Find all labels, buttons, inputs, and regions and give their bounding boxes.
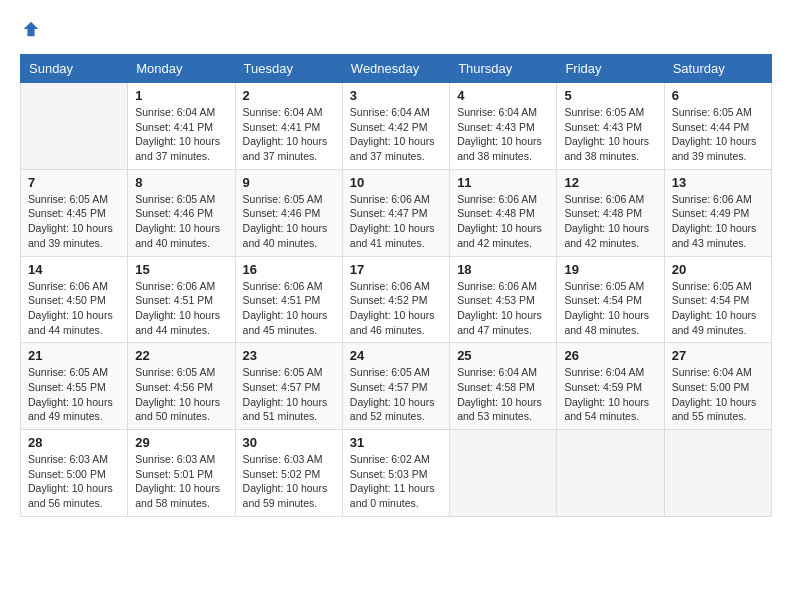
- day-number: 9: [243, 175, 335, 190]
- day-number: 17: [350, 262, 442, 277]
- day-detail: Sunrise: 6:05 AM Sunset: 4:56 PM Dayligh…: [135, 365, 227, 424]
- day-number: 13: [672, 175, 764, 190]
- day-detail: Sunrise: 6:04 AM Sunset: 4:41 PM Dayligh…: [135, 105, 227, 164]
- table-cell: 9Sunrise: 6:05 AM Sunset: 4:46 PM Daylig…: [235, 169, 342, 256]
- day-detail: Sunrise: 6:05 AM Sunset: 4:55 PM Dayligh…: [28, 365, 120, 424]
- day-detail: Sunrise: 6:04 AM Sunset: 4:43 PM Dayligh…: [457, 105, 549, 164]
- table-cell: 21Sunrise: 6:05 AM Sunset: 4:55 PM Dayli…: [21, 343, 128, 430]
- table-cell: 13Sunrise: 6:06 AM Sunset: 4:49 PM Dayli…: [664, 169, 771, 256]
- day-number: 10: [350, 175, 442, 190]
- day-number: 12: [564, 175, 656, 190]
- header-day-saturday: Saturday: [664, 55, 771, 83]
- day-number: 14: [28, 262, 120, 277]
- week-row-1: 1Sunrise: 6:04 AM Sunset: 4:41 PM Daylig…: [21, 83, 772, 170]
- table-cell: 8Sunrise: 6:05 AM Sunset: 4:46 PM Daylig…: [128, 169, 235, 256]
- header-day-tuesday: Tuesday: [235, 55, 342, 83]
- day-detail: Sunrise: 6:06 AM Sunset: 4:53 PM Dayligh…: [457, 279, 549, 338]
- day-detail: Sunrise: 6:05 AM Sunset: 4:57 PM Dayligh…: [350, 365, 442, 424]
- table-cell: 24Sunrise: 6:05 AM Sunset: 4:57 PM Dayli…: [342, 343, 449, 430]
- table-cell: 15Sunrise: 6:06 AM Sunset: 4:51 PM Dayli…: [128, 256, 235, 343]
- day-detail: Sunrise: 6:06 AM Sunset: 4:48 PM Dayligh…: [564, 192, 656, 251]
- header-day-thursday: Thursday: [450, 55, 557, 83]
- table-cell: 20Sunrise: 6:05 AM Sunset: 4:54 PM Dayli…: [664, 256, 771, 343]
- table-cell: 14Sunrise: 6:06 AM Sunset: 4:50 PM Dayli…: [21, 256, 128, 343]
- calendar-table: SundayMondayTuesdayWednesdayThursdayFrid…: [20, 54, 772, 517]
- calendar-header: SundayMondayTuesdayWednesdayThursdayFrid…: [21, 55, 772, 83]
- table-cell: 6Sunrise: 6:05 AM Sunset: 4:44 PM Daylig…: [664, 83, 771, 170]
- day-detail: Sunrise: 6:05 AM Sunset: 4:54 PM Dayligh…: [672, 279, 764, 338]
- day-detail: Sunrise: 6:06 AM Sunset: 4:50 PM Dayligh…: [28, 279, 120, 338]
- day-detail: Sunrise: 6:06 AM Sunset: 4:52 PM Dayligh…: [350, 279, 442, 338]
- table-cell: 18Sunrise: 6:06 AM Sunset: 4:53 PM Dayli…: [450, 256, 557, 343]
- header-day-monday: Monday: [128, 55, 235, 83]
- table-cell: 5Sunrise: 6:05 AM Sunset: 4:43 PM Daylig…: [557, 83, 664, 170]
- day-number: 24: [350, 348, 442, 363]
- day-number: 7: [28, 175, 120, 190]
- table-cell: [21, 83, 128, 170]
- table-cell: 19Sunrise: 6:05 AM Sunset: 4:54 PM Dayli…: [557, 256, 664, 343]
- week-row-5: 28Sunrise: 6:03 AM Sunset: 5:00 PM Dayli…: [21, 430, 772, 517]
- day-detail: Sunrise: 6:03 AM Sunset: 5:02 PM Dayligh…: [243, 452, 335, 511]
- table-cell: 4Sunrise: 6:04 AM Sunset: 4:43 PM Daylig…: [450, 83, 557, 170]
- table-cell: [664, 430, 771, 517]
- day-detail: Sunrise: 6:05 AM Sunset: 4:44 PM Dayligh…: [672, 105, 764, 164]
- week-row-3: 14Sunrise: 6:06 AM Sunset: 4:50 PM Dayli…: [21, 256, 772, 343]
- day-detail: Sunrise: 6:05 AM Sunset: 4:46 PM Dayligh…: [135, 192, 227, 251]
- day-number: 22: [135, 348, 227, 363]
- table-cell: 30Sunrise: 6:03 AM Sunset: 5:02 PM Dayli…: [235, 430, 342, 517]
- table-cell: 3Sunrise: 6:04 AM Sunset: 4:42 PM Daylig…: [342, 83, 449, 170]
- day-detail: Sunrise: 6:04 AM Sunset: 4:41 PM Dayligh…: [243, 105, 335, 164]
- day-number: 11: [457, 175, 549, 190]
- calendar-body: 1Sunrise: 6:04 AM Sunset: 4:41 PM Daylig…: [21, 83, 772, 517]
- day-detail: Sunrise: 6:05 AM Sunset: 4:45 PM Dayligh…: [28, 192, 120, 251]
- week-row-2: 7Sunrise: 6:05 AM Sunset: 4:45 PM Daylig…: [21, 169, 772, 256]
- table-cell: 1Sunrise: 6:04 AM Sunset: 4:41 PM Daylig…: [128, 83, 235, 170]
- day-number: 16: [243, 262, 335, 277]
- table-cell: 16Sunrise: 6:06 AM Sunset: 4:51 PM Dayli…: [235, 256, 342, 343]
- day-number: 19: [564, 262, 656, 277]
- day-number: 4: [457, 88, 549, 103]
- table-cell: 2Sunrise: 6:04 AM Sunset: 4:41 PM Daylig…: [235, 83, 342, 170]
- day-detail: Sunrise: 6:06 AM Sunset: 4:51 PM Dayligh…: [243, 279, 335, 338]
- page-header: [20, 20, 772, 38]
- header-row: SundayMondayTuesdayWednesdayThursdayFrid…: [21, 55, 772, 83]
- day-number: 5: [564, 88, 656, 103]
- day-detail: Sunrise: 6:03 AM Sunset: 5:00 PM Dayligh…: [28, 452, 120, 511]
- day-number: 27: [672, 348, 764, 363]
- day-detail: Sunrise: 6:04 AM Sunset: 4:58 PM Dayligh…: [457, 365, 549, 424]
- day-number: 2: [243, 88, 335, 103]
- table-cell: 23Sunrise: 6:05 AM Sunset: 4:57 PM Dayli…: [235, 343, 342, 430]
- svg-marker-0: [24, 22, 38, 36]
- day-detail: Sunrise: 6:04 AM Sunset: 4:42 PM Dayligh…: [350, 105, 442, 164]
- day-number: 26: [564, 348, 656, 363]
- table-cell: 10Sunrise: 6:06 AM Sunset: 4:47 PM Dayli…: [342, 169, 449, 256]
- day-number: 30: [243, 435, 335, 450]
- day-detail: Sunrise: 6:05 AM Sunset: 4:46 PM Dayligh…: [243, 192, 335, 251]
- day-number: 29: [135, 435, 227, 450]
- day-number: 3: [350, 88, 442, 103]
- table-cell: 22Sunrise: 6:05 AM Sunset: 4:56 PM Dayli…: [128, 343, 235, 430]
- table-cell: [450, 430, 557, 517]
- table-cell: 31Sunrise: 6:02 AM Sunset: 5:03 PM Dayli…: [342, 430, 449, 517]
- day-number: 25: [457, 348, 549, 363]
- day-detail: Sunrise: 6:05 AM Sunset: 4:43 PM Dayligh…: [564, 105, 656, 164]
- week-row-4: 21Sunrise: 6:05 AM Sunset: 4:55 PM Dayli…: [21, 343, 772, 430]
- table-cell: 29Sunrise: 6:03 AM Sunset: 5:01 PM Dayli…: [128, 430, 235, 517]
- table-cell: 25Sunrise: 6:04 AM Sunset: 4:58 PM Dayli…: [450, 343, 557, 430]
- day-detail: Sunrise: 6:06 AM Sunset: 4:48 PM Dayligh…: [457, 192, 549, 251]
- day-detail: Sunrise: 6:06 AM Sunset: 4:49 PM Dayligh…: [672, 192, 764, 251]
- day-number: 18: [457, 262, 549, 277]
- header-day-wednesday: Wednesday: [342, 55, 449, 83]
- day-number: 23: [243, 348, 335, 363]
- table-cell: 28Sunrise: 6:03 AM Sunset: 5:00 PM Dayli…: [21, 430, 128, 517]
- logo-icon: [22, 20, 40, 38]
- day-detail: Sunrise: 6:02 AM Sunset: 5:03 PM Dayligh…: [350, 452, 442, 511]
- table-cell: 26Sunrise: 6:04 AM Sunset: 4:59 PM Dayli…: [557, 343, 664, 430]
- day-number: 8: [135, 175, 227, 190]
- day-number: 1: [135, 88, 227, 103]
- day-detail: Sunrise: 6:04 AM Sunset: 5:00 PM Dayligh…: [672, 365, 764, 424]
- day-detail: Sunrise: 6:05 AM Sunset: 4:54 PM Dayligh…: [564, 279, 656, 338]
- header-day-sunday: Sunday: [21, 55, 128, 83]
- day-detail: Sunrise: 6:03 AM Sunset: 5:01 PM Dayligh…: [135, 452, 227, 511]
- day-number: 28: [28, 435, 120, 450]
